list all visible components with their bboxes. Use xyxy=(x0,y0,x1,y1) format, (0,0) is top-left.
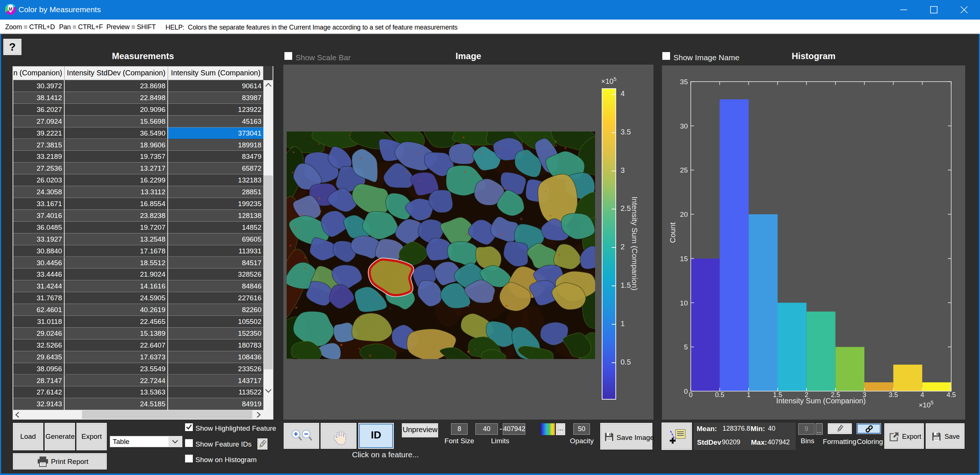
svg-text:4: 4 xyxy=(921,391,924,399)
svg-text:0.5: 0.5 xyxy=(715,391,724,399)
svg-text:10: 10 xyxy=(680,299,688,307)
svg-text:25: 25 xyxy=(680,166,688,174)
svg-text:4.5: 4.5 xyxy=(947,391,956,399)
svg-text:3.5: 3.5 xyxy=(889,391,898,399)
svg-text:0: 0 xyxy=(689,391,693,399)
svg-text:35: 35 xyxy=(680,78,688,86)
svg-text:Count: Count xyxy=(668,222,677,243)
svg-text:Intensity Sum (Companion): Intensity Sum (Companion) xyxy=(776,397,865,405)
svg-text:20: 20 xyxy=(680,211,688,218)
svg-text:5: 5 xyxy=(684,343,688,351)
svg-text:M: M xyxy=(9,6,13,12)
svg-text:30: 30 xyxy=(680,122,688,130)
svg-text:×105: ×105 xyxy=(919,400,934,409)
svg-text:15: 15 xyxy=(680,255,688,263)
svg-text:1: 1 xyxy=(747,391,751,399)
svg-text:0: 0 xyxy=(684,388,688,395)
